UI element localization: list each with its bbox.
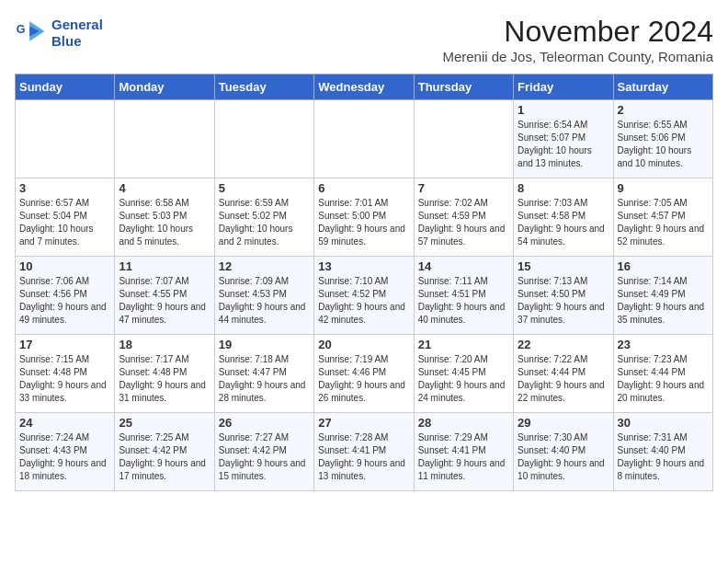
day-info: Sunrise: 7:11 AM Sunset: 4:51 PM Dayligh… — [418, 275, 509, 327]
day-number: 27 — [318, 416, 409, 430]
calendar-week-row: 24Sunrise: 7:24 AM Sunset: 4:43 PM Dayli… — [16, 413, 713, 491]
logo-line1: General — [51, 17, 103, 33]
location-title: Merenii de Jos, Teleorman County, Romani… — [442, 49, 713, 64]
day-info: Sunrise: 7:31 AM Sunset: 4:40 PM Dayligh… — [618, 431, 709, 483]
title-area: November 2024 Merenii de Jos, Teleorman … — [442, 15, 713, 64]
day-number: 3 — [19, 181, 110, 195]
weekday-header-cell: Monday — [115, 75, 214, 100]
day-number: 23 — [618, 338, 709, 351]
day-number: 15 — [518, 259, 609, 273]
calendar-cell: 7Sunrise: 7:02 AM Sunset: 4:59 PM Daylig… — [414, 178, 513, 257]
day-info: Sunrise: 7:06 AM Sunset: 4:56 PM Dayligh… — [19, 275, 110, 327]
day-info: Sunrise: 6:54 AM Sunset: 5:07 PM Dayligh… — [518, 119, 609, 170]
calendar-cell: 9Sunrise: 7:05 AM Sunset: 4:57 PM Daylig… — [613, 178, 712, 257]
calendar-cell: 26Sunrise: 7:27 AM Sunset: 4:42 PM Dayli… — [214, 413, 313, 491]
day-number: 18 — [119, 338, 210, 351]
weekday-header-cell: Tuesday — [214, 75, 313, 100]
calendar-table: SundayMondayTuesdayWednesdayThursdayFrid… — [15, 74, 713, 491]
calendar-cell: 5Sunrise: 6:59 AM Sunset: 5:02 PM Daylig… — [214, 178, 313, 257]
day-number: 25 — [119, 416, 210, 430]
day-number: 20 — [318, 338, 409, 351]
day-info: Sunrise: 7:14 AM Sunset: 4:49 PM Dayligh… — [618, 275, 709, 327]
calendar-cell — [314, 100, 414, 178]
day-number: 13 — [318, 259, 409, 273]
day-number: 16 — [618, 259, 709, 273]
day-number: 28 — [418, 416, 509, 430]
calendar-cell: 28Sunrise: 7:29 AM Sunset: 4:41 PM Dayli… — [414, 413, 513, 491]
day-number: 7 — [418, 181, 509, 195]
day-number: 1 — [518, 103, 609, 117]
calendar-cell: 24Sunrise: 7:24 AM Sunset: 4:43 PM Dayli… — [16, 413, 115, 491]
calendar-cell: 19Sunrise: 7:18 AM Sunset: 4:47 PM Dayli… — [214, 335, 313, 413]
weekday-header-cell: Thursday — [414, 75, 513, 100]
day-info: Sunrise: 7:20 AM Sunset: 4:45 PM Dayligh… — [418, 353, 509, 405]
day-number: 30 — [618, 416, 709, 430]
day-info: Sunrise: 7:25 AM Sunset: 4:42 PM Dayligh… — [119, 431, 210, 483]
day-info: Sunrise: 7:30 AM Sunset: 4:40 PM Dayligh… — [518, 431, 609, 483]
calendar-cell: 10Sunrise: 7:06 AM Sunset: 4:56 PM Dayli… — [16, 257, 115, 335]
day-number: 26 — [219, 416, 310, 430]
calendar-cell: 1Sunrise: 6:54 AM Sunset: 5:07 PM Daylig… — [514, 100, 613, 178]
day-info: Sunrise: 7:03 AM Sunset: 4:58 PM Dayligh… — [518, 197, 609, 248]
weekday-header: SundayMondayTuesdayWednesdayThursdayFrid… — [16, 75, 713, 100]
day-info: Sunrise: 7:10 AM Sunset: 4:52 PM Dayligh… — [318, 275, 409, 327]
calendar-cell: 22Sunrise: 7:22 AM Sunset: 4:44 PM Dayli… — [514, 335, 613, 413]
weekday-header-cell: Wednesday — [314, 75, 414, 100]
day-info: Sunrise: 6:55 AM Sunset: 5:06 PM Dayligh… — [618, 119, 709, 170]
calendar-cell: 30Sunrise: 7:31 AM Sunset: 4:40 PM Dayli… — [613, 413, 712, 491]
weekday-header-cell: Sunday — [16, 75, 115, 100]
calendar-cell: 16Sunrise: 7:14 AM Sunset: 4:49 PM Dayli… — [613, 257, 712, 335]
day-number: 8 — [518, 181, 609, 195]
day-info: Sunrise: 7:27 AM Sunset: 4:42 PM Dayligh… — [219, 431, 310, 483]
day-number: 4 — [119, 181, 210, 195]
day-info: Sunrise: 7:24 AM Sunset: 4:43 PM Dayligh… — [19, 431, 110, 483]
calendar-week-row: 1Sunrise: 6:54 AM Sunset: 5:07 PM Daylig… — [16, 100, 713, 178]
calendar-week-row: 17Sunrise: 7:15 AM Sunset: 4:48 PM Dayli… — [16, 335, 713, 413]
month-title: November 2024 — [442, 15, 713, 49]
day-info: Sunrise: 7:07 AM Sunset: 4:55 PM Dayligh… — [119, 275, 210, 327]
header: G General Blue November 2024 Merenii de … — [15, 15, 713, 64]
day-number: 19 — [219, 338, 310, 351]
day-number: 17 — [19, 338, 110, 351]
day-number: 10 — [19, 259, 110, 273]
weekday-header-cell: Friday — [514, 75, 613, 100]
calendar-cell — [115, 100, 214, 178]
calendar-cell: 3Sunrise: 6:57 AM Sunset: 5:04 PM Daylig… — [16, 178, 115, 257]
calendar-week-row: 10Sunrise: 7:06 AM Sunset: 4:56 PM Dayli… — [16, 257, 713, 335]
logo-text: General Blue — [51, 17, 103, 50]
day-number: 14 — [418, 259, 509, 273]
calendar-cell: 11Sunrise: 7:07 AM Sunset: 4:55 PM Dayli… — [115, 257, 214, 335]
logo: G General Blue — [15, 15, 103, 52]
calendar-cell — [414, 100, 513, 178]
calendar-cell: 25Sunrise: 7:25 AM Sunset: 4:42 PM Dayli… — [115, 413, 214, 491]
day-info: Sunrise: 7:17 AM Sunset: 4:48 PM Dayligh… — [119, 353, 210, 405]
day-number: 12 — [219, 259, 310, 273]
day-info: Sunrise: 6:58 AM Sunset: 5:03 PM Dayligh… — [119, 197, 210, 248]
logo-line2: Blue — [51, 33, 103, 50]
day-info: Sunrise: 7:15 AM Sunset: 4:48 PM Dayligh… — [19, 353, 110, 405]
day-info: Sunrise: 7:13 AM Sunset: 4:50 PM Dayligh… — [518, 275, 609, 327]
day-info: Sunrise: 7:19 AM Sunset: 4:46 PM Dayligh… — [318, 353, 409, 405]
calendar-cell: 15Sunrise: 7:13 AM Sunset: 4:50 PM Dayli… — [514, 257, 613, 335]
day-info: Sunrise: 7:09 AM Sunset: 4:53 PM Dayligh… — [219, 275, 310, 327]
calendar-cell — [16, 100, 115, 178]
calendar-cell: 4Sunrise: 6:58 AM Sunset: 5:03 PM Daylig… — [115, 178, 214, 257]
day-info: Sunrise: 6:59 AM Sunset: 5:02 PM Dayligh… — [219, 197, 310, 248]
day-info: Sunrise: 7:01 AM Sunset: 5:00 PM Dayligh… — [318, 197, 409, 248]
calendar-cell: 13Sunrise: 7:10 AM Sunset: 4:52 PM Dayli… — [314, 257, 414, 335]
day-number: 29 — [518, 416, 609, 430]
day-info: Sunrise: 7:18 AM Sunset: 4:47 PM Dayligh… — [219, 353, 310, 405]
calendar-cell: 12Sunrise: 7:09 AM Sunset: 4:53 PM Dayli… — [214, 257, 313, 335]
calendar-cell: 21Sunrise: 7:20 AM Sunset: 4:45 PM Dayli… — [414, 335, 513, 413]
calendar-week-row: 3Sunrise: 6:57 AM Sunset: 5:04 PM Daylig… — [16, 178, 713, 257]
day-info: Sunrise: 7:28 AM Sunset: 4:41 PM Dayligh… — [318, 431, 409, 483]
day-number: 9 — [618, 181, 709, 195]
day-number: 24 — [19, 416, 110, 430]
day-info: Sunrise: 7:02 AM Sunset: 4:59 PM Dayligh… — [418, 197, 509, 248]
day-info: Sunrise: 7:22 AM Sunset: 4:44 PM Dayligh… — [518, 353, 609, 405]
day-info: Sunrise: 7:29 AM Sunset: 4:41 PM Dayligh… — [418, 431, 509, 483]
calendar-body: 1Sunrise: 6:54 AM Sunset: 5:07 PM Daylig… — [16, 100, 713, 491]
day-number: 5 — [219, 181, 310, 195]
day-number: 2 — [618, 103, 709, 117]
calendar-cell: 14Sunrise: 7:11 AM Sunset: 4:51 PM Dayli… — [414, 257, 513, 335]
